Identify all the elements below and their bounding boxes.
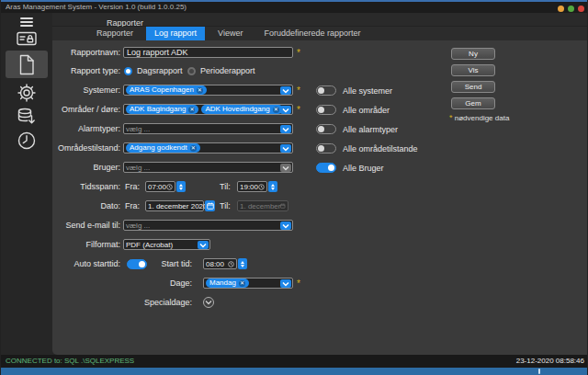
required-data-note: * nødvendige data xyxy=(449,113,509,122)
bruger-label: Bruger: xyxy=(52,162,120,174)
dagsrapport-radio-label[interactable]: Dagsrapport xyxy=(137,65,183,77)
row-alarmtyper: Alarmtyper: vælg ... Alle alarmtyper xyxy=(52,123,587,135)
alle-alarmtyper-toggle[interactable] xyxy=(316,124,336,134)
title-bar: Aras Management System - Version 1.0 (bu… xyxy=(1,2,588,13)
filformat-label: Filformat: xyxy=(52,239,120,251)
rapportnavn-label: Rapportnavn: xyxy=(52,47,120,59)
bruger-dropdown[interactable]: vælg ... xyxy=(123,162,293,173)
tab-log-rapport[interactable]: Log rapport xyxy=(146,27,205,40)
tab-foruddefinerede-rapporter[interactable]: Foruddefinerede rapporter xyxy=(255,27,368,40)
app-window: Aras Management System - Version 1.0 (bu… xyxy=(0,0,588,375)
alle-systemer-toggle[interactable] xyxy=(316,85,336,96)
omraadestilstand-dropdown-arrow[interactable] xyxy=(280,144,291,153)
bruger-placeholder: vælg ... xyxy=(126,164,150,172)
status-bar: CONNECTED to: SQL .\SQLEXPRESS 23-12-202… xyxy=(1,355,588,368)
tidsspann-fra-spinner[interactable] xyxy=(176,181,186,192)
omraader-dropdown-arrow[interactable] xyxy=(280,106,291,114)
dato-fra-calendar-icon[interactable] xyxy=(205,200,215,211)
alarmtyper-placeholder: vælg ... xyxy=(126,125,150,133)
systemer-dropdown-arrow[interactable] xyxy=(280,86,291,95)
clock-icon xyxy=(228,261,234,267)
send-button[interactable]: Send xyxy=(451,81,495,93)
dagsrapport-radio[interactable] xyxy=(124,67,132,75)
row-tidsspann: Tidsspann: Fra: 07:00 Til: 19:00 xyxy=(52,181,587,193)
email-placeholder: vælg ... xyxy=(126,222,150,230)
dato-fra-label: Fra: xyxy=(125,200,140,212)
dage-dropdown-arrow[interactable] xyxy=(280,279,291,288)
settings-gear-icon[interactable] xyxy=(1,83,52,103)
chevron-down-icon xyxy=(205,300,212,305)
calendar-icon-disabled xyxy=(280,202,286,210)
alle-omraader-toggle[interactable] xyxy=(316,105,336,115)
alle-bruger-toggle[interactable] xyxy=(316,163,336,173)
tab-bar: Rapporter Log rapport Viewer Foruddefine… xyxy=(52,27,587,40)
report-document-icon[interactable] xyxy=(1,54,52,75)
maximize-button[interactable] xyxy=(568,6,574,12)
alle-omraadetilstande-toggle[interactable] xyxy=(316,143,336,153)
chip-mandag[interactable]: Mandag✕ xyxy=(206,278,249,288)
alle-systemer-label: Alle systemer xyxy=(343,85,392,97)
dage-label: Dage: xyxy=(135,278,192,290)
alle-omraader-label: Alle områder xyxy=(343,105,390,116)
row-filformat: Filformat: PDF (Acrobat) xyxy=(52,239,587,251)
rapportnavn-field[interactable] xyxy=(123,47,293,58)
omraadestilstand-multiselect[interactable]: Adgang godkendt✕ xyxy=(123,142,293,153)
tab-viewer[interactable]: Viewer xyxy=(209,27,251,40)
chip-adk-hovedindgang[interactable]: ADK Hovedindgang✕ xyxy=(201,105,282,114)
row-bruger: Bruger: vælg ... Alle Bruger xyxy=(52,162,587,174)
resize-grip[interactable] xyxy=(538,369,540,374)
chip-remove-icon[interactable]: ✕ xyxy=(190,145,197,152)
bottom-accent-bar xyxy=(1,368,588,375)
tab-rapporter[interactable]: Rapporter xyxy=(88,27,141,40)
chip-remove-icon[interactable]: ✕ xyxy=(273,107,279,113)
systemer-multiselect[interactable]: ARAS Copenhagen✕ xyxy=(123,85,293,96)
tidsspann-til-spinner[interactable] xyxy=(268,181,277,192)
database-export-icon[interactable] xyxy=(1,107,52,127)
chip-aras-copenhagen[interactable]: ARAS Copenhagen✕ xyxy=(126,85,207,95)
hamburger-menu-icon[interactable] xyxy=(1,17,52,28)
tidsspann-fra-label: Fra: xyxy=(125,181,140,193)
alarmtyper-dropdown-arrow[interactable] xyxy=(280,125,291,133)
row-email: Send e-mail til: vælg ... xyxy=(52,220,587,232)
dato-til-label: Til: xyxy=(220,200,231,212)
rapportnavn-input[interactable] xyxy=(126,48,290,57)
row-auto-starttid: Auto starttid: Start tid: 08:00 xyxy=(52,258,587,270)
start-tid-spinner[interactable] xyxy=(238,258,247,269)
alarmtyper-dropdown[interactable]: vælg ... xyxy=(123,123,293,134)
row-omraadestilstand: Områdestilstand: Adgang godkendt✕ Alle o… xyxy=(52,142,587,154)
chip-remove-icon[interactable]: ✕ xyxy=(188,107,195,113)
tidsspann-til-time[interactable]: 19:00 xyxy=(237,181,267,192)
dage-multiselect[interactable]: Mandag✕ xyxy=(203,278,293,289)
tidsspann-fra-time[interactable]: 07:00 xyxy=(145,181,175,192)
clock-icon xyxy=(258,184,265,190)
history-clock-icon[interactable] xyxy=(1,131,52,151)
bruger-dropdown-arrow[interactable] xyxy=(280,164,291,172)
chip-adgang-godkendt[interactable]: Adgang godkendt✕ xyxy=(126,143,200,153)
close-button[interactable] xyxy=(578,6,584,12)
specialdage-expand-button[interactable] xyxy=(203,297,214,308)
vis-button[interactable]: Vis xyxy=(451,64,495,76)
email-dropdown-arrow[interactable] xyxy=(280,222,291,230)
gem-button[interactable]: Gem xyxy=(451,97,495,109)
minimize-button[interactable] xyxy=(558,6,564,12)
perioderapport-radio-label[interactable]: Perioderapport xyxy=(200,65,255,77)
omraader-multiselect[interactable]: ADK Bagindgang✕ ADK Hovedindgang✕ xyxy=(123,104,293,115)
perioderapport-radio[interactable] xyxy=(187,67,196,75)
required-asterisk: * xyxy=(297,47,300,59)
ny-button[interactable]: Ny xyxy=(451,48,495,60)
window-title: Aras Management System - Version 1.0 (bu… xyxy=(6,3,187,11)
dato-fra-field[interactable]: 1. december 2020 xyxy=(145,200,204,211)
filformat-dropdown-arrow[interactable] xyxy=(198,241,209,249)
start-tid-time[interactable]: 08:00 xyxy=(203,258,237,269)
filformat-dropdown[interactable]: PDF (Acrobat) xyxy=(123,239,210,250)
email-dropdown[interactable]: vælg ... xyxy=(123,220,293,231)
chip-remove-icon[interactable]: ✕ xyxy=(197,87,203,94)
menu-bar: Rapporter xyxy=(52,13,587,27)
sidebar xyxy=(1,13,52,355)
tidsspann-til-label: Til: xyxy=(220,181,231,193)
chip-adk-bagindgang[interactable]: ADK Bagindgang✕ xyxy=(126,105,198,114)
access-badge-icon[interactable] xyxy=(1,30,52,47)
chip-remove-icon[interactable]: ✕ xyxy=(239,280,245,287)
dato-label: Dato: xyxy=(52,200,120,212)
row-dato: Dato: Fra: 1. december 2020 Til: 1. dece… xyxy=(52,200,587,212)
